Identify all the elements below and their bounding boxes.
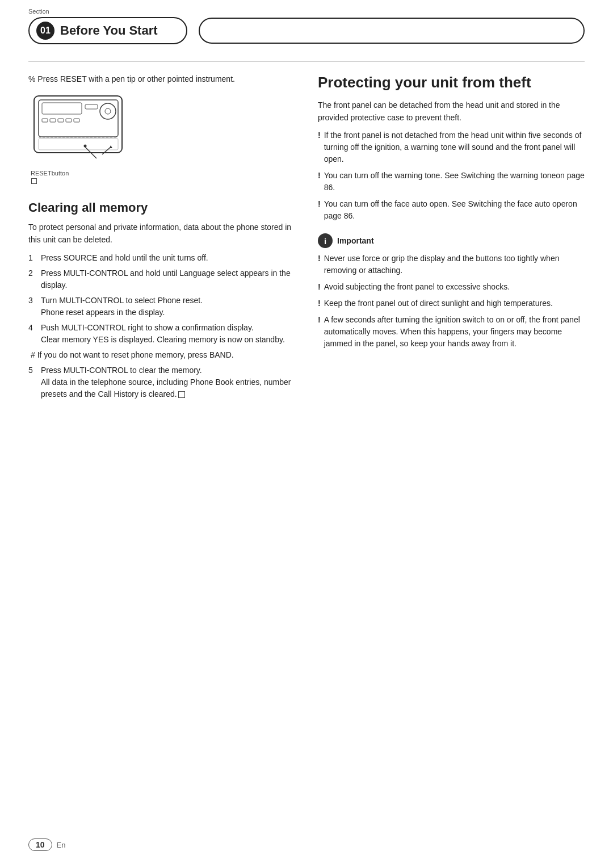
imp-bullet-1-text: Never use force or grip the display and …: [324, 253, 585, 276]
footer: 10 En: [28, 838, 65, 851]
svg-rect-4: [50, 119, 56, 122]
imp-bullet-3-symbol: !: [318, 297, 321, 309]
bullet-2-text: You can turn off the warning tone. See S…: [324, 170, 585, 194]
end-symbol-img: [31, 176, 37, 184]
svg-marker-16: [110, 145, 112, 148]
svg-point-9: [105, 108, 111, 114]
svg-rect-0: [34, 96, 122, 153]
imp-bullet-4-symbol: !: [318, 314, 321, 350]
bullet-1-symbol: !: [318, 129, 321, 165]
page-number: 10: [28, 838, 52, 851]
bullet-3: ! You can turn off the face auto open. S…: [318, 198, 585, 222]
bullet-3-symbol: !: [318, 198, 321, 222]
step-1: 1 Press SOURCE and hold until the unit t…: [28, 252, 295, 264]
columns: % Press RESET with a pen tip or other po…: [28, 61, 585, 404]
imp-bullet-2-symbol: !: [318, 281, 321, 293]
device-illustration: RESETbutton: [28, 93, 131, 173]
step-5-text: Press MULTI-CONTROL to clear the memory.…: [41, 364, 295, 400]
important-bullet-1: ! Never use force or grip the display an…: [318, 253, 585, 276]
reset-label: RESETbutton: [31, 170, 131, 177]
hash-note: # If you do not want to reset phone memo…: [31, 349, 295, 361]
right-column: Protecting your unit from theft The fron…: [318, 73, 585, 404]
clearing-intro: To protect personal and private informat…: [28, 221, 295, 246]
important-label: Important: [337, 236, 374, 245]
important-bullet-2: ! Avoid subjecting the front panel to ex…: [318, 281, 585, 293]
svg-point-14: [84, 145, 87, 148]
step-1-text: Press SOURCE and hold until the unit tur…: [41, 252, 208, 264]
svg-rect-7: [74, 119, 79, 122]
bullet-1: ! If the front panel is not detached fro…: [318, 129, 585, 165]
svg-rect-12: [39, 139, 118, 150]
clearing-heading: Clearing all memory: [28, 200, 295, 215]
important-bullet-4: ! A few seconds after turning the igniti…: [318, 314, 585, 350]
section-number: 01: [36, 22, 54, 40]
step-3: 3 Turn MULTI-CONTROL to select Phone res…: [28, 295, 295, 318]
step-2-num: 2: [28, 267, 36, 291]
protecting-intro: The front panel can be detached from the…: [318, 99, 585, 124]
svg-point-8: [100, 103, 116, 119]
step-5: 5 Press MULTI-CONTROL to clear the memor…: [28, 364, 295, 400]
step-2: 2 Press MULTI-CONTROL and hold until Lan…: [28, 267, 295, 291]
svg-rect-3: [42, 119, 48, 122]
imp-bullet-2-text: Avoid subjecting the front panel to exce…: [324, 281, 510, 293]
svg-rect-2: [42, 103, 82, 114]
svg-rect-10: [85, 104, 98, 109]
imp-bullet-3-text: Keep the front panel out of direct sunli…: [324, 297, 553, 309]
important-icon: i: [318, 233, 333, 248]
step-2-text: Press MULTI-CONTROL and hold until Langu…: [41, 267, 295, 291]
imp-bullet-4-text: A few seconds after turning the ignition…: [324, 314, 585, 350]
section-badge: 01 Before You Start: [28, 17, 187, 44]
svg-line-15: [102, 147, 111, 154]
step-4-num: 4: [28, 322, 36, 346]
bullet-1-text: If the front panel is not detached from …: [324, 129, 585, 165]
important-box: i Important ! Never use force or grip th…: [318, 233, 585, 350]
step-1-num: 1: [28, 252, 36, 264]
bullet-2: ! You can turn off the warning tone. See…: [318, 170, 585, 194]
svg-rect-5: [58, 119, 64, 122]
left-column: % Press RESET with a pen tip or other po…: [28, 73, 295, 404]
imp-bullet-1-symbol: !: [318, 253, 321, 276]
bullet-2-symbol: !: [318, 170, 321, 194]
section-label: Section: [28, 8, 49, 15]
footer-language: En: [57, 841, 66, 849]
section-title: Before You Start: [60, 23, 158, 38]
step-3-num: 3: [28, 295, 36, 318]
tip-text: % Press RESET with a pen tip or other po…: [28, 73, 295, 85]
header: 01 Before You Start: [28, 17, 585, 44]
page: Section 01 Before You Start % Press RESE…: [0, 0, 613, 868]
step-4-text: Push MULTI-CONTROL right to show a confi…: [41, 322, 285, 346]
step-3-text: Turn MULTI-CONTROL to select Phone reset…: [41, 295, 203, 318]
important-bullet-3: ! Keep the front panel out of direct sun…: [318, 297, 585, 309]
step-5-num: 5: [28, 364, 36, 400]
device-svg: [28, 93, 131, 167]
protecting-heading: Protecting your unit from theft: [318, 73, 585, 92]
header-right-box: [199, 18, 585, 44]
important-header: i Important: [318, 233, 585, 248]
step-4: 4 Push MULTI-CONTROL right to show a con…: [28, 322, 295, 346]
bullet-3-text: You can turn off the face auto open. See…: [324, 198, 585, 222]
svg-rect-6: [66, 119, 72, 122]
